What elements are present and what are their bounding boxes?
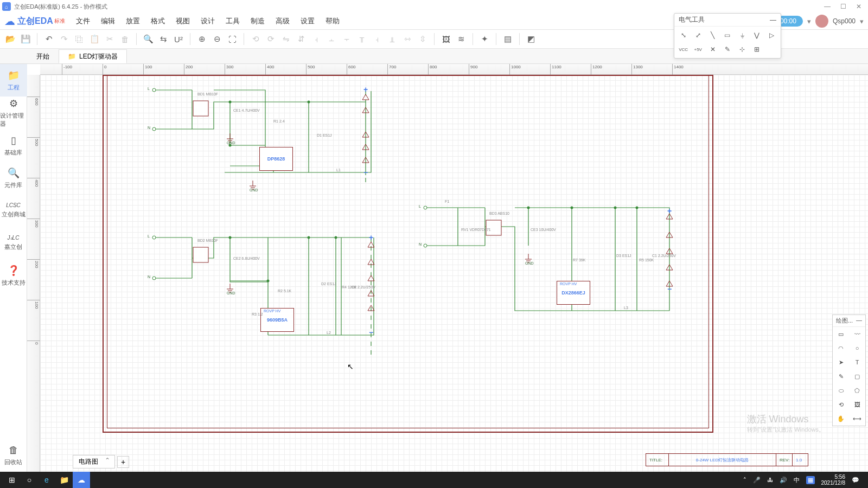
panel-minimize-icon[interactable]: — [770,16,776,24]
save-icon[interactable]: 💾 [18,32,33,46]
user-avatar[interactable] [815,15,828,28]
rect-tool-icon[interactable]: ▭ [833,327,849,341]
5v-tool-icon[interactable]: +5V [691,43,705,56]
user-dropdown-icon[interactable]: ▾ [860,17,864,25]
menu-edit[interactable]: 编辑 [95,14,120,28]
minimize-button[interactable]: — [824,3,831,10]
arrow-tool-icon[interactable]: ➤ [833,355,849,369]
ellipse-tool-icon[interactable]: ⬭ [833,383,849,397]
tray-chevron-icon[interactable]: ˄ [743,477,746,484]
menu-advanced[interactable]: 高级 [270,14,295,28]
noconnect-tool-icon[interactable]: ✕ [706,43,719,56]
taskbar-clock[interactable]: 5:562021/12/8 [821,474,846,486]
sidebar-design-mgr[interactable]: ⚙设计管理器 [0,97,27,129]
delete-icon[interactable]: 🗑 [118,32,132,46]
open-icon[interactable]: 📂 [3,32,17,46]
rotate-right-icon[interactable]: ⟳ [264,32,278,46]
measure-tool-icon[interactable]: ⟷ [849,412,865,426]
flip-h-icon[interactable]: ⇋ [279,32,293,46]
filter-icon[interactable]: ⇆ [156,32,170,46]
align-center-icon[interactable]: ⫠ [324,32,339,46]
edge-icon[interactable]: e [38,472,55,488]
start-button[interactable]: ⊞ [3,472,21,488]
tray-volume-icon[interactable]: 🔊 [780,477,787,484]
align-right-icon[interactable]: ⫟ [340,32,354,46]
image-icon[interactable]: 🖼 [439,32,453,46]
distribute-v-icon[interactable]: ⇳ [416,32,430,46]
rotate-left-icon[interactable]: ⟲ [248,32,263,46]
rect2-tool-icon[interactable]: ▢ [849,369,865,383]
arc-tool-icon[interactable]: ◠ [833,341,849,355]
sidebar-recycle[interactable]: 🗑回收站 [0,439,27,472]
flip-v-icon[interactable]: ⇵ [294,32,308,46]
menu-design[interactable]: 设计 [195,14,220,28]
sheet-dropdown[interactable]: 电路图 [73,455,115,468]
cut-icon[interactable]: ✂ [103,32,117,46]
redo-icon[interactable]: ↷ [57,32,71,46]
wire-tool-icon[interactable]: ⤡ [676,29,690,42]
pencil-tool-icon[interactable]: ✎ [833,369,849,383]
tray-mic-icon[interactable]: 🎤 [753,477,761,484]
menu-help[interactable]: 帮助 [320,14,345,28]
drawing-tools-panel[interactable]: 绘图...— ▭ 〰 ◠ ○ ➤ T ✎ ▢ ⬭ ⬠ ⟲ 🖼 ✋ ⟷ [832,314,866,426]
close-button[interactable]: ✕ [856,3,861,10]
zoom-fit-icon[interactable]: ⛶ [225,32,239,46]
back-tool-icon[interactable]: ⟲ [833,397,849,412]
explorer-icon[interactable]: 📁 [55,472,73,488]
vcc-tool-icon[interactable]: VCC [676,43,690,56]
sheet-add-button[interactable]: + [117,456,129,468]
sidebar-jlc[interactable]: J₀LC嘉立创 [0,227,27,259]
freeline-tool-icon[interactable]: 〰 [849,327,865,341]
menu-format[interactable]: 格式 [145,14,170,28]
sidebar-basic-lib[interactable]: ▯基础库 [0,129,27,162]
image-tool-icon[interactable]: 🖼 [849,397,865,412]
menu-manufacture[interactable]: 制造 [245,14,270,28]
tab-led-driver[interactable]: 📁 LED灯驱动器 [59,49,127,63]
drawtools-min-icon[interactable]: — [856,317,862,325]
unit-icon[interactable]: U² [171,32,186,46]
ground-tool-icon[interactable]: ⏚ [736,29,749,42]
circle-tool-icon[interactable]: ○ [849,341,865,355]
array-tool-icon[interactable]: ⊞ [750,43,764,56]
align-top-icon[interactable]: ⫪ [355,32,369,46]
chip-dp8628[interactable]: DP8628 [259,147,293,171]
port-tool-icon[interactable]: ▷ [765,29,778,42]
tray-network-icon[interactable]: 🖧 [767,477,773,483]
zoom-out-icon[interactable]: ⊖ [210,32,224,46]
distribute-h-icon[interactable]: ⇿ [400,32,414,46]
power-tool-icon[interactable]: ⋁ [750,29,764,42]
polygon-tool-icon[interactable]: ⬠ [849,383,865,397]
align-bottom-icon[interactable]: ⫫ [385,32,399,46]
sidebar-elem-lib[interactable]: 🔍元件库 [0,162,27,194]
paste-icon[interactable]: 📋 [87,32,101,46]
pan-tool-icon[interactable]: ✋ [833,412,849,426]
menu-tools[interactable]: 工具 [220,14,245,28]
cortana-icon[interactable]: ○ [21,472,38,488]
undo-icon[interactable]: ↶ [42,32,56,46]
tray-ime-icon[interactable]: 中 [794,476,800,484]
text-tool-icon[interactable]: T [849,355,865,369]
sidebar-lcsc[interactable]: LCSC立创商城 [0,194,27,227]
line-tool-icon[interactable]: ╲ [706,29,719,42]
electrical-tools-panel[interactable]: 电气工具 — ⤡ ⤢ ╲ ▭ ⏚ ⋁ ▷ VCC +5V ✕ ✎ ⊹ ⊞ [674,13,781,59]
menu-file[interactable]: 文件 [71,14,95,28]
timer-dropdown-icon[interactable]: ▾ [807,17,811,25]
maximize-button[interactable]: ☐ [840,3,846,10]
junction-tool-icon[interactable]: ⊹ [736,43,749,56]
menu-place[interactable]: 放置 [120,14,145,28]
eda-taskbar-icon[interactable]: ☁ [73,472,90,488]
user-name[interactable]: Qsp000 [833,17,856,25]
notifications-icon[interactable]: 💬 [852,477,859,484]
copy-icon[interactable]: ⿻ [72,32,86,46]
zoom-in-icon[interactable]: ⊕ [195,32,209,46]
menu-view[interactable]: 视图 [170,14,195,28]
star-icon[interactable]: ✦ [477,32,492,46]
schematic-canvas[interactable]: +− +− +− DP8628 9609B5A DX2866EJ BD1 MB1… [40,75,868,472]
layers-icon[interactable]: ≋ [454,32,468,46]
sidebar-support[interactable]: ❓技术支持 [0,259,27,292]
align-left-icon[interactable]: ⫞ [309,32,323,46]
search-icon[interactable]: 🔍 [141,32,155,46]
menu-settings[interactable]: 设置 [295,14,320,28]
bus-tool-icon[interactable]: ⤢ [691,29,705,42]
tray-app-icon[interactable]: ▦ [806,476,815,484]
